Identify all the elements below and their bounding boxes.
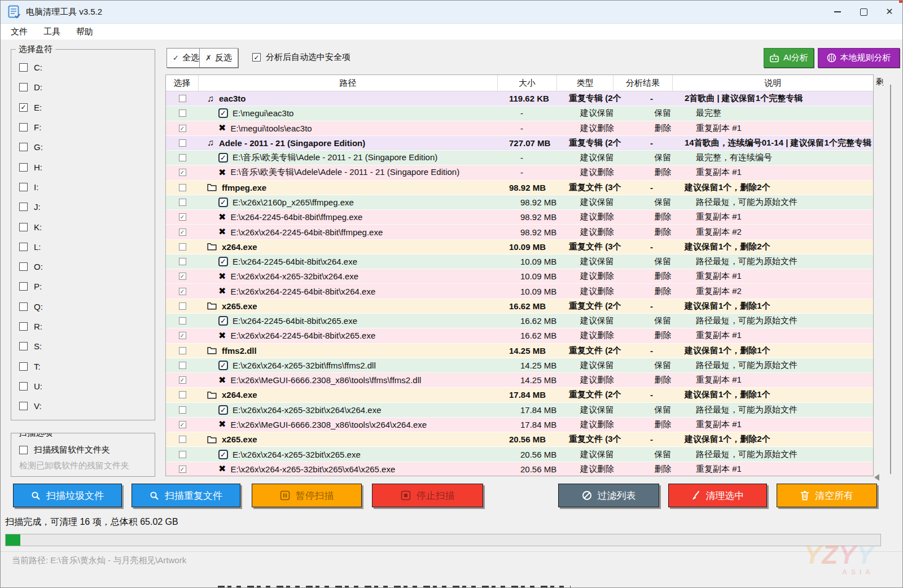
drive-checkbox-Q[interactable]: Q: [19,297,155,317]
row-select-checkbox[interactable] [179,258,186,265]
keep-check-icon[interactable]: ✓ [218,405,228,415]
header-desc[interactable]: 说明 [673,75,873,91]
checkbox[interactable] [19,123,28,131]
menu-help[interactable]: 帮助 [68,27,101,37]
table-row[interactable]: x264.exe10.09 MB重复文件 (3个-建议保留1个，删除2个 [166,240,873,254]
drive-checkbox-D[interactable]: D: [19,77,155,97]
keep-check-icon[interactable]: ✓ [218,316,228,326]
table-row[interactable]: ✓✖E:\x264-2245-64bit-8bit\ffmpeg.exe98.9… [166,210,873,225]
auto-select-safe-option[interactable]: ✓ 分析后自动选中安全项 [252,52,350,63]
checkbox[interactable] [19,402,28,410]
table-row[interactable]: ✓E:\megui\eac3to-建议保留保留最完整 [166,106,873,121]
close-button[interactable]: ✕ [876,1,902,23]
ai-analysis-button[interactable]: AI分析 [764,48,814,68]
checkbox[interactable] [19,183,28,191]
row-select-checkbox[interactable] [179,95,186,102]
drive-checkbox-P[interactable]: P: [19,277,155,296]
checkbox[interactable] [19,382,28,390]
table-row[interactable]: ✓✖E:\x26x\x264-2245-64bit-8bit\x264.exe1… [166,284,873,299]
row-select-checkbox[interactable] [179,139,186,147]
scan-duplicates-button[interactable]: 扫描重复文件 [131,484,240,507]
row-select-checkbox[interactable]: ✓ [179,169,186,176]
clear-all-button[interactable]: 清空所有 [777,484,877,507]
row-select-checkbox[interactable] [179,436,186,443]
drive-checkbox-K[interactable]: K: [19,217,155,236]
keep-check-icon[interactable]: ✓ [218,153,228,163]
row-select-checkbox[interactable]: ✓ [179,332,186,339]
row-select-checkbox[interactable] [179,184,186,191]
table-row[interactable]: ✓✖E:\x26x\x264-x265-32bit\x264.exe10.09 … [166,269,873,284]
row-select-checkbox[interactable] [179,302,186,310]
row-select-checkbox[interactable] [179,154,186,161]
drive-checkbox-T[interactable]: T: [19,356,155,376]
checkbox[interactable] [19,243,28,251]
checkbox[interactable] [19,223,28,231]
drive-checkbox-F[interactable]: F: [19,117,155,137]
row-select-checkbox[interactable] [179,347,186,354]
stop-scan-button[interactable]: 停止扫描 [372,484,483,507]
table-row[interactable]: x265.exe16.62 MB重复文件 (2个-建议保留1个，删除1个 [166,299,873,314]
row-select-checkbox[interactable]: ✓ [179,421,186,428]
scan-residual-checkbox[interactable] [19,446,28,454]
scroll-left-arrow-icon[interactable] [874,474,879,481]
table-row[interactable]: ✓✖E:\音乐\欧美专辑\Adele\Adele - 2011 - 21 (Si… [166,165,873,180]
invert-selection-button[interactable]: ✗ 反选 [199,48,238,68]
row-select-checkbox[interactable] [179,109,186,117]
table-row[interactable]: ✓✖E:\x26x\MeGUI-6666.2308_x86\tools\x264… [166,418,873,432]
drive-checkbox-V[interactable]: V: [19,396,155,416]
table-row[interactable]: ✓E:\x26x\x264-x265-32bit\x264\x264.exe17… [166,403,873,418]
table-row[interactable]: ✓✖E:\x26x\x264-x265-32bit\x265\x64\x265.… [166,462,873,476]
drive-checkbox-O[interactable]: O: [19,257,155,277]
keep-check-icon[interactable]: ✓ [218,450,228,459]
table-row[interactable]: ✓✖E:\x26x\x264-2245-64bit-8bit\ffmpeg.ex… [166,225,873,239]
header-result[interactable]: 分析结果 [613,75,673,91]
table-row[interactable]: ✓✖E:\x26x\MeGUI-6666.2308_x86\tools\ffms… [166,373,873,388]
menu-tools[interactable]: 工具 [36,27,68,37]
keep-check-icon[interactable]: ✓ [218,198,228,207]
checkbox[interactable] [19,282,28,291]
drive-checkbox-S[interactable]: S: [19,336,155,356]
table-row[interactable]: ✓E:\x264-2245-64bit-8bit\x264.exe10.09 M… [166,254,873,269]
filter-list-button[interactable]: 过滤列表 [558,484,659,507]
local-rules-analysis-button[interactable]: 本地规则分析 [818,48,900,68]
table-row[interactable]: ♫eac3to119.62 KB重复专辑 (2个-2首歌曲 | 建议保留1个完整… [166,91,873,106]
table-row[interactable]: x265.exe20.56 MB重复文件 (3个-建议保留1个，删除2个 [166,432,873,447]
drive-checkbox-H[interactable]: H: [19,157,155,177]
minimize-button[interactable] [825,1,851,23]
keep-check-icon[interactable]: ✓ [218,108,228,118]
table-row[interactable]: ✓E:\x264-2245-64bit-8bit\x265.exe16.62 M… [166,314,873,328]
checkbox[interactable] [19,262,28,271]
drive-checkbox-U[interactable]: U: [19,376,155,396]
checkbox[interactable] [19,302,28,311]
table-row[interactable]: ffmpeg.exe98.92 MB重复文件 (3个-建议保留1个，删除2个 [166,181,873,195]
table-row[interactable]: ffms2.dll14.25 MB重复文件 (2个-建议保留1个，删除1个 [166,344,873,358]
row-select-checkbox[interactable]: ✓ [179,273,186,280]
row-select-checkbox[interactable]: ✓ [179,125,186,132]
drive-checkbox-C[interactable]: C: [19,58,155,77]
checkbox[interactable] [19,143,28,151]
vertical-scrollbar[interactable] [890,85,891,474]
table-row[interactable]: ✓E:\x26x\x264-x265-32bit\ffms\ffms2.dll1… [166,358,873,373]
table-row[interactable]: ✓✖E:\x26x\x264-2245-64bit-8bit\x265.exe1… [166,328,873,343]
checkbox[interactable] [19,342,28,350]
table-row[interactable]: ♫Adele - 2011 - 21 (Singapore Edition)72… [166,136,873,151]
row-select-checkbox[interactable] [179,199,186,206]
row-select-checkbox[interactable] [179,243,186,251]
checkbox[interactable] [19,322,28,331]
row-select-checkbox[interactable]: ✓ [179,376,186,384]
drive-checkbox-G[interactable]: G: [19,137,155,157]
table-row[interactable]: ✓E:\x26x\x264-x265-32bit\x265.exe20.56 M… [166,447,873,462]
row-select-checkbox[interactable] [179,451,186,458]
row-select-checkbox[interactable]: ✓ [179,229,186,236]
drive-checkbox-J[interactable]: J: [19,197,155,217]
checkbox[interactable] [19,362,28,371]
header-type[interactable]: 类型 [557,75,613,91]
row-select-checkbox[interactable] [179,406,186,414]
drive-checkbox-I[interactable]: I: [19,177,155,197]
row-select-checkbox[interactable]: ✓ [179,466,186,473]
header-size[interactable]: 大小 [498,75,557,91]
drive-checkbox-R[interactable]: R: [19,317,155,336]
checkbox[interactable] [19,163,28,172]
keep-check-icon[interactable]: ✓ [218,257,228,266]
checkbox[interactable] [19,83,28,91]
